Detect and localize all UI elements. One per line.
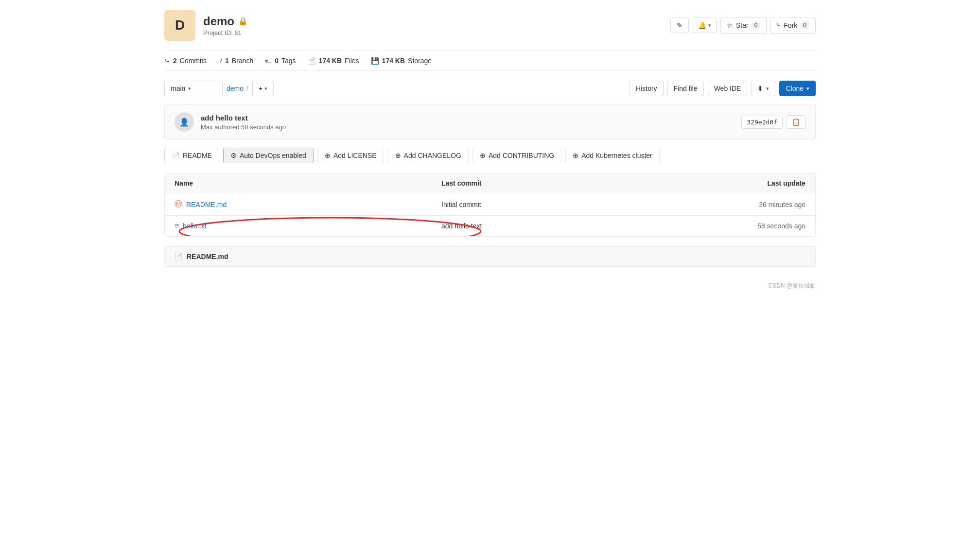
col-commit: Last commit xyxy=(441,179,708,187)
project-header: D demo 🔒 Project ID: 61 ✎ 🔔 ▾ ☆ Star 0 xyxy=(164,10,816,41)
repo-path[interactable]: demo xyxy=(227,85,244,92)
edit-icon: ✎ xyxy=(677,21,682,29)
file-name-cell: ≡ hello.txt xyxy=(175,222,441,230)
readme-button[interactable]: 📄 README xyxy=(164,148,219,163)
avatar-icon: 👤 xyxy=(179,118,189,127)
branch-name: main xyxy=(171,85,185,92)
branch-icon: ⑂ xyxy=(218,57,222,65)
repo-toolbar: main ▾ demo / + ▾ History Find file Web … xyxy=(164,81,816,96)
table-row: ≡ hello.txt add hello text 58 seconds ag… xyxy=(165,216,815,236)
add-contributing-icon: ⊕ xyxy=(480,152,486,159)
tags-value: 0 xyxy=(275,57,279,65)
edit-button[interactable]: ✎ xyxy=(670,17,689,33)
download-icon: ⬇ xyxy=(757,85,763,92)
plus-icon: + xyxy=(259,85,262,92)
file-icon: ≡ xyxy=(175,222,179,230)
commit-msg-cell: Initial commit xyxy=(441,201,708,208)
readme-section: 📄 README.md xyxy=(164,246,816,267)
lock-icon: 🔒 xyxy=(238,17,248,26)
find-file-button[interactable]: Find file xyxy=(667,81,704,96)
header-actions: ✎ 🔔 ▾ ☆ Star 0 ⑂ Fork 0 xyxy=(670,17,816,34)
commit-hash[interactable]: 329e2d0f xyxy=(741,116,783,129)
files-icon: 📄 xyxy=(308,57,316,65)
add-changelog-button[interactable]: ⊕ Add CHANGELOG xyxy=(388,148,469,163)
bell-icon: 🔔 xyxy=(698,21,706,29)
add-license-button[interactable]: ⊕ Add LICENSE xyxy=(317,148,384,163)
project-name: demo xyxy=(203,15,234,28)
readme-md-link[interactable]: README.md xyxy=(186,201,227,208)
readme-header: 📄 README.md xyxy=(165,247,815,267)
web-ide-button[interactable]: Web IDE xyxy=(708,81,748,96)
commit-details: add hello text Max authored 58 seconds a… xyxy=(201,114,286,131)
storage-icon: 💾 xyxy=(371,57,379,65)
commit-left: 👤 add hello text Max authored 58 seconds… xyxy=(175,112,286,132)
fork-icon: ⑂ xyxy=(777,21,781,29)
branch-selector[interactable]: main ▾ xyxy=(164,81,223,96)
page-footer: CSDN @夏侠城临 xyxy=(164,277,816,290)
commit-right: 329e2d0f 📋 xyxy=(741,115,805,129)
add-changelog-icon: ⊕ xyxy=(395,152,401,159)
file-table: Name Last commit Last update Ⓜ README.md… xyxy=(164,173,816,237)
add-kubernetes-button[interactable]: ⊕ Add Kubernetes cluster xyxy=(565,148,660,163)
files-stat[interactable]: 📄 174 KB Files xyxy=(308,57,359,65)
add-license-icon: ⊕ xyxy=(325,152,331,159)
copy-sha-button[interactable]: 📋 xyxy=(787,115,805,129)
gear-icon: ⚙ xyxy=(230,152,237,159)
history-button[interactable]: History xyxy=(630,81,664,96)
footer-text: CSDN @夏侠城临 xyxy=(768,282,816,289)
project-title: demo 🔒 Project ID: 61 xyxy=(203,15,248,36)
add-contributing-button[interactable]: ⊕ Add CONTRIBUTING xyxy=(472,148,561,163)
commit-avatar: 👤 xyxy=(175,112,194,132)
branch-value: 1 xyxy=(225,57,229,65)
download-button[interactable]: ⬇ ▾ xyxy=(751,81,775,96)
tags-label: Tags xyxy=(281,57,296,65)
tags-stat[interactable]: 🏷 0 Tags xyxy=(265,57,296,65)
readme-file-icon: 📄 xyxy=(175,253,183,260)
path-nav: demo / xyxy=(227,85,248,92)
commits-value: 2 xyxy=(173,57,177,65)
notifications-button[interactable]: 🔔 ▾ xyxy=(693,17,717,33)
time-cell: 58 seconds ago xyxy=(708,222,805,230)
branch-chevron-icon: ▾ xyxy=(188,86,191,92)
commits-label: Commits xyxy=(180,57,207,65)
repo-toolbar-left: main ▾ demo / + ▾ xyxy=(164,81,274,96)
table-row: Ⓜ README.md Initial commit 36 minutes ag… xyxy=(165,193,815,216)
files-value: 174 KB xyxy=(319,57,342,65)
hello-txt-link[interactable]: hello.txt xyxy=(183,222,206,230)
clone-chevron-icon: ▾ xyxy=(806,86,809,92)
project-id: Project ID: 61 xyxy=(203,29,248,36)
star-icon: ☆ xyxy=(727,21,733,29)
bell-chevron-icon: ▾ xyxy=(708,22,711,29)
branch-stat[interactable]: ⑂ 1 Branch xyxy=(218,57,253,65)
star-count: 0 xyxy=(752,21,761,30)
readme-section-label: README.md xyxy=(187,253,228,260)
download-chevron-icon: ▾ xyxy=(766,86,769,92)
path-separator: / xyxy=(246,85,248,92)
markdown-icon: Ⓜ xyxy=(175,199,182,209)
col-name: Name xyxy=(175,179,441,187)
project-avatar: D xyxy=(164,10,195,41)
branch-label: Branch xyxy=(232,57,253,65)
commits-stat[interactable]: ⤷ 2 Commits xyxy=(164,57,207,65)
file-table-header: Name Last commit Last update xyxy=(165,173,815,193)
col-update: Last update xyxy=(708,179,805,187)
quick-actions: 📄 README ⚙ Auto DevOps enabled ⊕ Add LIC… xyxy=(164,148,816,163)
fork-button[interactable]: ⑂ Fork 0 xyxy=(770,17,816,34)
storage-stat[interactable]: 💾 174 KB Storage xyxy=(371,57,432,65)
clone-button[interactable]: Clone ▾ xyxy=(779,81,816,96)
tags-icon: 🏷 xyxy=(265,57,272,65)
storage-value: 174 KB xyxy=(382,57,405,65)
last-commit-box: 👤 add hello text Max authored 58 seconds… xyxy=(164,104,816,140)
commit-meta: Max authored 58 seconds ago xyxy=(201,123,286,131)
star-button[interactable]: ☆ Star 0 xyxy=(720,17,767,34)
fork-count: 0 xyxy=(800,21,809,30)
file-name-cell: Ⓜ README.md xyxy=(175,199,441,209)
files-label: Files xyxy=(345,57,359,65)
add-path-button[interactable]: + ▾ xyxy=(252,81,274,96)
add-chevron-icon: ▾ xyxy=(264,86,267,92)
readme-icon: 📄 xyxy=(172,152,180,159)
auto-devops-button[interactable]: ⚙ Auto DevOps enabled xyxy=(223,148,314,163)
project-name-row: demo 🔒 xyxy=(203,15,248,28)
time-cell: 36 minutes ago xyxy=(708,201,805,208)
add-kubernetes-icon: ⊕ xyxy=(573,152,578,159)
